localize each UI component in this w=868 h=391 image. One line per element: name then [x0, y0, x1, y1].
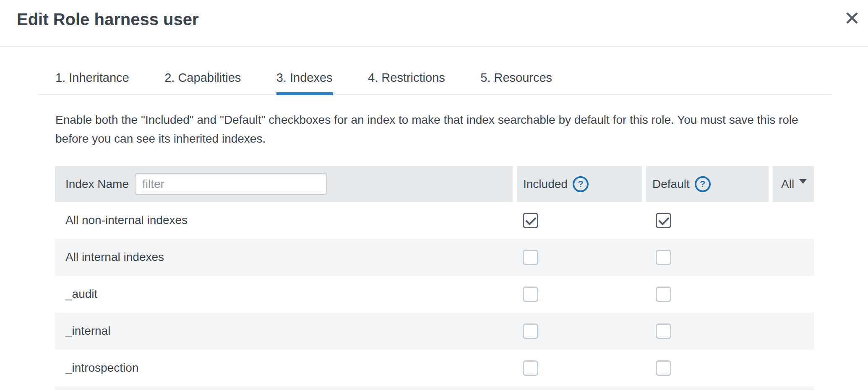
dialog-header: Edit Role harness user [0, 0, 868, 47]
partial-next-row [55, 386, 814, 390]
default-checkbox[interactable] [656, 250, 671, 265]
included-cell [523, 250, 656, 265]
tab-inheritance[interactable]: 1. Inheritance [55, 70, 129, 94]
default-help-icon[interactable]: ? [695, 176, 711, 192]
index-name-cell: All non-internal indexes [55, 214, 523, 227]
included-cell [523, 360, 656, 376]
all-dropdown-label: All [781, 177, 794, 191]
index-name-cell: _introspection [55, 361, 523, 375]
default-checkbox[interactable] [656, 323, 671, 339]
index-name-header-cell: Index Name [55, 166, 513, 202]
included-header-label: Included [523, 177, 568, 191]
description-line2: before you can see its inherited indexes… [55, 132, 266, 145]
table-header: Index Name Included ? Default ? All [55, 166, 814, 202]
chevron-down-icon [799, 179, 807, 184]
default-cell [656, 250, 789, 265]
table-row: _audit [55, 276, 814, 313]
default-cell [656, 360, 789, 376]
default-cell [656, 323, 789, 339]
index-name-cell: _internal [55, 324, 523, 338]
close-icon [845, 10, 860, 26]
description-line1: Enable both the "Included" and "Default"… [55, 113, 798, 126]
tab-indexes[interactable]: 3. Indexes [276, 70, 333, 94]
index-name-header-label: Index Name [65, 177, 129, 191]
close-button[interactable] [843, 9, 861, 28]
included-help-icon[interactable]: ? [573, 176, 589, 192]
included-cell [523, 213, 656, 228]
included-checkbox[interactable] [523, 213, 538, 228]
tab-resources[interactable]: 5. Resources [480, 70, 552, 94]
tab-restrictions[interactable]: 4. Restrictions [368, 70, 445, 94]
table-row: All internal indexes [55, 239, 814, 276]
tab-bar: 1. Inheritance 2. Capabilities 3. Indexe… [39, 70, 832, 95]
default-header-label: Default [652, 177, 690, 191]
default-checkbox[interactable] [656, 213, 671, 228]
default-checkbox[interactable] [656, 287, 671, 302]
included-cell [523, 287, 656, 302]
all-dropdown[interactable]: All [773, 166, 814, 202]
default-checkbox[interactable] [656, 360, 671, 376]
default-cell [656, 213, 789, 228]
default-header-cell: Default ? [646, 166, 769, 202]
table-row: _internal [55, 313, 814, 349]
included-checkbox[interactable] [523, 360, 538, 376]
included-checkbox[interactable] [523, 287, 538, 302]
indexes-table: Index Name Included ? Default ? All All … [55, 166, 814, 390]
included-cell [523, 323, 656, 339]
edit-role-dialog: Edit Role harness user 1. Inheritance 2.… [0, 0, 868, 390]
included-checkbox[interactable] [523, 323, 538, 339]
index-name-cell: _audit [55, 287, 523, 301]
description: Enable both the "Included" and "Default"… [55, 110, 868, 148]
page-title: Edit Role harness user [0, 0, 868, 29]
index-name-cell: All internal indexes [55, 250, 523, 264]
table-row: _introspection [55, 349, 814, 386]
tab-capabilities[interactable]: 2. Capabilities [164, 70, 241, 94]
included-header-cell: Included ? [517, 166, 642, 202]
table-row: All non-internal indexes [55, 202, 814, 239]
default-cell [656, 287, 789, 302]
included-checkbox[interactable] [523, 250, 538, 265]
filter-input[interactable] [135, 173, 327, 195]
